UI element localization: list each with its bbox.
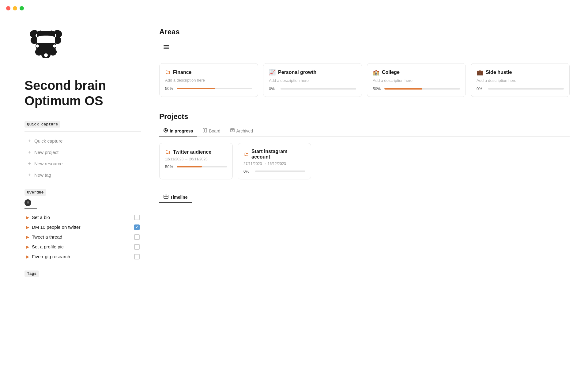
overdue-label: Overdue (24, 189, 46, 196)
traffic-light-red[interactable] (6, 6, 10, 10)
svg-rect-5 (164, 45, 169, 46)
area-card-personal-growth[interactable]: 📈 Personal growth Add a description here… (263, 63, 362, 97)
instagram-progress-label: 0% (243, 169, 252, 174)
svg-point-9 (165, 129, 167, 131)
finance-icon: 🗂 (165, 69, 171, 75)
quick-item-capture[interactable]: ＋ Quick capture (24, 136, 141, 146)
overdue-underline (24, 208, 37, 209)
college-card-header: 🏫 College (373, 69, 460, 76)
svg-point-3 (36, 44, 39, 48)
task-list: ▶ Set a bio ▶ DM 10 people on twitter ✓ (24, 213, 141, 261)
side-hustle-icon: 💼 (477, 69, 483, 76)
overdue-section: Overdue ✕ ▶ Set a bio ▶ DM (24, 189, 141, 261)
plus-icon-tag: ＋ (27, 172, 32, 178)
task-name-fiverr: Fiverr gig research (32, 254, 70, 259)
svg-rect-10 (203, 128, 204, 132)
task-item-dm-twitter[interactable]: ▶ DM 10 people on twitter ✓ (24, 223, 141, 232)
quick-item-project-label: New project (34, 150, 58, 155)
task-name-tweet-thread: Tweet a thread (32, 234, 62, 240)
side-hustle-progress-track (488, 88, 564, 90)
twitter-progress-fill (177, 166, 202, 167)
task-arrow-profile-pic: ▶ (26, 244, 29, 250)
side-hustle-title: Side hustle (486, 70, 512, 75)
areas-title: Areas (159, 28, 570, 36)
task-item-profile-pic[interactable]: ▶ Set a profile pic (24, 242, 141, 251)
college-progress-row: 50% (373, 86, 460, 91)
project-card-instagram[interactable]: 🗂 Start instagram account 27/11/2023 → 1… (238, 143, 311, 179)
college-progress-track (384, 88, 460, 90)
quick-item-capture-label: Quick capture (34, 138, 63, 144)
overdue-x-icon: ✕ (24, 199, 31, 206)
svg-point-4 (53, 44, 56, 48)
areas-section: Areas 🗂 (159, 28, 570, 97)
board-icon (203, 128, 207, 133)
projects-tabs: In progress Board (159, 126, 570, 137)
traffic-light-green[interactable] (20, 6, 24, 10)
page-logo (24, 25, 141, 78)
finance-progress-label: 50% (165, 86, 174, 91)
finance-card-header: 🗂 Finance (165, 69, 252, 75)
timeline-icon (164, 194, 168, 200)
task-checkbox-set-bio[interactable] (134, 215, 140, 220)
instagram-card-icon: 🗂 (243, 151, 249, 158)
content-area: Areas 🗂 (159, 25, 570, 277)
task-name-profile-pic: Set a profile pic (32, 244, 63, 249)
quick-item-project[interactable]: ＋ New project (24, 147, 141, 157)
task-item-tweet-thread[interactable]: ▶ Tweet a thread (24, 232, 141, 242)
area-card-finance[interactable]: 🗂 Finance Add a description here 50% (159, 63, 258, 97)
project-card-twitter[interactable]: 🗂 Twitter audience 12/11/2023 → 26/11/20… (159, 143, 233, 179)
college-title: College (382, 70, 400, 75)
task-arrow-dm-twitter: ▶ (26, 224, 29, 230)
svg-point-1 (44, 36, 48, 39)
projects-cards: 🗂 Twitter audience 12/11/2023 → 26/11/20… (159, 143, 570, 179)
task-item-fiverr[interactable]: ▶ Fiverr gig research (24, 252, 141, 261)
task-checkbox-fiverr[interactable] (134, 254, 140, 259)
quick-item-resource[interactable]: ＋ New resource (24, 159, 141, 169)
traffic-light-yellow[interactable] (13, 6, 17, 10)
projects-tab-in-progress[interactable]: In progress (159, 126, 197, 136)
projects-tab-archived[interactable]: Archived (226, 126, 257, 136)
plus-icon-resource: ＋ (27, 160, 32, 167)
task-arrow-set-bio: ▶ (26, 215, 29, 220)
quick-capture-section: Quick capture ＋ Quick capture ＋ New proj… (24, 121, 141, 180)
task-checkbox-dm-twitter[interactable]: ✓ (134, 224, 140, 230)
task-arrow-tweet-thread: ▶ (26, 234, 29, 240)
projects-tab-board[interactable]: Board (198, 126, 224, 136)
quick-capture-divider (24, 131, 141, 132)
svg-rect-6 (164, 47, 169, 48)
instagram-dates: 27/11/2023 → 16/12/2023 (243, 162, 305, 166)
task-item-set-bio[interactable]: ▶ Set a bio (24, 213, 141, 222)
areas-tab-stacked[interactable] (159, 41, 173, 57)
side-hustle-progress-row: 0% (477, 86, 564, 91)
personal-growth-progress-track (281, 88, 356, 90)
finance-progress-fill (177, 88, 215, 89)
twitter-card-title: Twitter audience (173, 149, 211, 155)
quick-item-tag[interactable]: ＋ New tag (24, 170, 141, 180)
board-label: Board (209, 128, 220, 133)
task-arrow-fiverr: ▶ (26, 254, 29, 259)
timeline-tabs: Timeline (159, 192, 570, 203)
task-name-set-bio: Set a bio (32, 215, 50, 220)
in-progress-label: In progress (170, 128, 193, 133)
side-hustle-description: Add a description here (477, 78, 564, 83)
quick-item-tag-label: New tag (34, 172, 51, 178)
area-card-college[interactable]: 🏫 College Add a description here 50% (367, 63, 466, 97)
overdue-icon-row: ✕ (24, 199, 141, 206)
archived-icon (230, 128, 235, 133)
task-checkbox-tweet-thread[interactable] (134, 234, 140, 240)
finance-progress-track (177, 88, 252, 89)
instagram-card-header: 🗂 Start instagram account (243, 149, 305, 160)
personal-growth-title: Personal growth (278, 70, 316, 75)
finance-progress-row: 50% (165, 86, 252, 91)
timeline-tab[interactable]: Timeline (159, 192, 192, 203)
area-card-side-hustle[interactable]: 💼 Side hustle Add a description here 0% (471, 63, 570, 97)
personal-growth-progress-row: 0% (269, 86, 356, 91)
college-icon: 🏫 (373, 69, 379, 76)
sidebar: Second brain Optimum OS Quick capture ＋ … (24, 25, 141, 277)
instagram-progress-track (255, 171, 305, 172)
quick-capture-items: ＋ Quick capture ＋ New project ＋ New reso… (24, 136, 141, 180)
task-left-fiverr: ▶ Fiverr gig research (26, 254, 70, 259)
quick-capture-label: Quick capture (24, 121, 60, 128)
task-left-tweet-thread: ▶ Tweet a thread (26, 234, 62, 240)
task-checkbox-profile-pic[interactable] (134, 244, 140, 250)
